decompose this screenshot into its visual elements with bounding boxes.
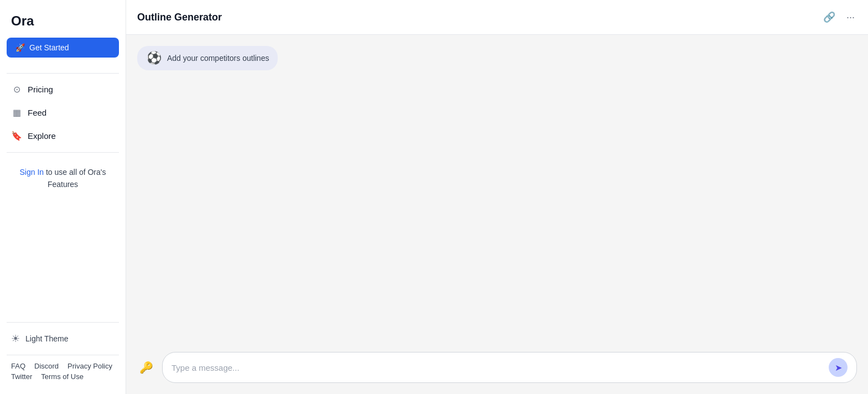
faq-link[interactable]: FAQ <box>11 362 25 370</box>
discord-link[interactable]: Discord <box>34 362 59 370</box>
sidebar-item-explore[interactable]: 🔖 Explore <box>7 125 119 147</box>
explore-icon: 🔖 <box>11 130 22 141</box>
key-icon: 🔑 <box>139 361 153 374</box>
feed-icon: ▦ <box>11 107 22 118</box>
content-area: ⚽ Add your competitors outlines <box>126 35 868 345</box>
send-icon: ➤ <box>835 362 842 373</box>
link-icon-button[interactable]: 🔗 <box>821 9 838 25</box>
chat-input-wrapper: ➤ <box>162 352 857 383</box>
sign-in-section: Sign In to use all of Ora's Features <box>7 157 119 200</box>
sidebar-item-pricing[interactable]: ⊙ Pricing <box>7 78 119 100</box>
theme-toggle[interactable]: ☀ Light Theme <box>11 328 115 349</box>
header-actions: 🔗 ··· <box>821 9 857 25</box>
competitor-chip[interactable]: ⚽ Add your competitors outlines <box>137 46 278 70</box>
app-logo: Ora <box>7 9 119 38</box>
theme-section: ☀ Light Theme <box>7 322 119 355</box>
get-started-button[interactable]: 🚀 Get Started <box>7 38 119 58</box>
dollar-circle-icon: ⊙ <box>11 84 22 95</box>
sun-icon: ☀ <box>11 333 20 345</box>
nav-divider-mid <box>7 152 119 153</box>
ellipsis-icon: ··· <box>846 12 855 23</box>
sign-in-link[interactable]: Sign In <box>20 168 44 177</box>
send-button[interactable]: ➤ <box>829 358 848 377</box>
privacy-policy-link[interactable]: Privacy Policy <box>67 362 112 370</box>
sidebar-item-feed[interactable]: ▦ Feed <box>7 101 119 123</box>
sidebar-spacer <box>7 200 119 318</box>
nav-divider-top <box>7 73 119 74</box>
link-icon: 🔗 <box>823 11 835 23</box>
twitter-link[interactable]: Twitter <box>11 372 32 381</box>
footer-row-2: Twitter Terms of Use <box>11 372 115 381</box>
chat-input[interactable] <box>171 363 824 372</box>
sidebar: Ora 🚀 Get Started ⊙ Pricing ▦ Feed 🔖 Exp… <box>0 0 126 394</box>
footer-links: FAQ Discord Privacy Policy Twitter Terms… <box>7 355 119 385</box>
more-options-button[interactable]: ··· <box>844 9 857 25</box>
rocket-icon: 🚀 <box>15 43 25 52</box>
sidebar-nav: ⊙ Pricing ▦ Feed 🔖 Explore <box>7 78 119 148</box>
chat-input-area: 🔑 ➤ <box>126 345 868 394</box>
page-title: Outline Generator <box>137 12 222 23</box>
main-content: Outline Generator 🔗 ··· ⚽ Add your compe… <box>126 0 868 394</box>
terms-of-use-link[interactable]: Terms of Use <box>41 372 84 381</box>
main-header: Outline Generator 🔗 ··· <box>126 0 868 35</box>
soccer-icon: ⚽ <box>146 50 162 66</box>
footer-row-1: FAQ Discord Privacy Policy <box>11 362 115 370</box>
key-icon-button[interactable]: 🔑 <box>137 359 155 376</box>
